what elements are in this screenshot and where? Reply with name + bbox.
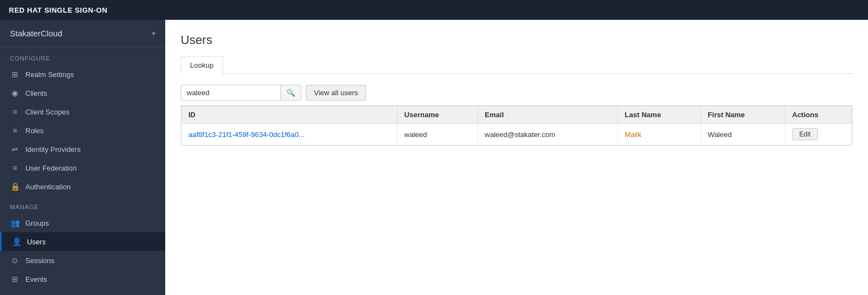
page-title: Users [181, 33, 853, 47]
sidebar-item-label: Groups [25, 219, 49, 227]
col-header-actions: Actions [785, 106, 852, 124]
sidebar-item-label: Client Scopes [25, 108, 69, 116]
table-header: IDUsernameEmailLast NameFirst NameAction… [182, 106, 852, 124]
sidebar-item-label: Roles [25, 127, 44, 135]
table-body: aaf8f1c3-21f1-459f-9634-0dc1f6a0...walee… [182, 124, 852, 145]
user-id-link[interactable]: aaf8f1c3-21f1-459f-9634-0dc1f6a0... [188, 130, 305, 139]
authentication-icon: 🔒 [10, 182, 20, 191]
sidebar-item-label: Identity Providers [25, 145, 80, 154]
identity-providers-icon: ⇌ [10, 145, 20, 154]
search-button[interactable]: 🔍 [280, 85, 301, 100]
sessions-icon: ⊙ [10, 256, 20, 265]
app-title: RED HAT SINGLE SIGN-ON [9, 6, 107, 14]
realm-name: StakaterCloud [10, 29, 62, 38]
cell-actions: Edit [785, 124, 852, 145]
cell-username: waleed [398, 124, 478, 145]
sidebar-item-groups[interactable]: 👥Groups [0, 214, 165, 232]
sidebar-item-label: Sessions [25, 256, 55, 265]
users-icon: 👤 [12, 237, 21, 246]
cell-last-name: Malik [618, 124, 701, 145]
sidebar-item-sessions[interactable]: ⊙Sessions [0, 251, 165, 270]
col-header-username: Username [398, 106, 478, 124]
sidebar: StakaterCloud ▾ Configure⊞Realm Settings… [0, 20, 165, 295]
sidebar-item-authentication[interactable]: 🔒Authentication [0, 177, 165, 196]
tab-bar: Lookup [181, 56, 853, 74]
sidebar-item-events[interactable]: ⊞Events [0, 270, 165, 288]
col-header-first-name: First Name [701, 106, 785, 124]
sidebar-item-user-federation[interactable]: ≡User Federation [0, 159, 165, 177]
cell-first-name: Waleed [701, 124, 785, 145]
cell-email: waleed@stakater.com [478, 124, 618, 145]
view-all-users-button[interactable]: View all users [306, 85, 366, 101]
sidebar-item-label: User Federation [25, 164, 77, 172]
sidebar-item-users[interactable]: 👤Users [0, 232, 165, 251]
chevron-down-icon: ▾ [152, 30, 155, 37]
sidebar-item-label: Users [27, 238, 46, 246]
search-and-table: 🔍 View all users IDUsernameEmailLast Nam… [181, 85, 853, 146]
sidebar-section-label: Configure [0, 47, 165, 65]
table-row: aaf8f1c3-21f1-459f-9634-0dc1f6a0...walee… [182, 124, 852, 145]
events-icon: ⊞ [10, 275, 20, 283]
sidebar-item-label: Events [25, 275, 47, 283]
sidebar-section-label: Manage [0, 196, 165, 214]
sidebar-item-label: Realm Settings [25, 70, 74, 79]
users-table-wrap: IDUsernameEmailLast NameFirst NameAction… [181, 105, 853, 146]
roles-icon: ≡ [10, 126, 20, 135]
search-input-wrap: 🔍 [181, 85, 301, 101]
topbar: RED HAT SINGLE SIGN-ON [0, 0, 868, 20]
realm-selector[interactable]: StakaterCloud ▾ [0, 20, 165, 47]
clients-icon: ◉ [10, 89, 20, 97]
sidebar-item-clients[interactable]: ◉Clients [0, 84, 165, 102]
search-row: 🔍 View all users [181, 85, 853, 101]
edit-button[interactable]: Edit [792, 128, 818, 140]
tab-lookup[interactable]: Lookup [181, 56, 223, 74]
users-table: IDUsernameEmailLast NameFirst NameAction… [181, 106, 852, 145]
main-layout: StakaterCloud ▾ Configure⊞Realm Settings… [0, 20, 868, 295]
cell-id: aaf8f1c3-21f1-459f-9634-0dc1f6a0... [182, 124, 398, 145]
groups-icon: 👥 [10, 218, 20, 227]
sidebar-item-label: Authentication [25, 183, 70, 191]
sidebar-item-identity-providers[interactable]: ⇌Identity Providers [0, 140, 165, 159]
sidebar-item-label: Clients [25, 89, 47, 97]
col-header-last-name: Last Name [618, 106, 701, 124]
sidebar-item-client-scopes[interactable]: ≡Client Scopes [0, 102, 165, 121]
col-header-id: ID [182, 106, 398, 124]
col-header-email: Email [478, 106, 618, 124]
realm-settings-icon: ⊞ [10, 70, 20, 79]
user-federation-icon: ≡ [10, 163, 20, 172]
search-input[interactable] [181, 85, 280, 100]
main-content: Users Lookup 🔍 View all users IDUsername… [165, 20, 868, 295]
client-scopes-icon: ≡ [10, 107, 20, 116]
sidebar-item-realm-settings[interactable]: ⊞Realm Settings [0, 65, 165, 84]
sidebar-item-roles[interactable]: ≡Roles [0, 121, 165, 140]
